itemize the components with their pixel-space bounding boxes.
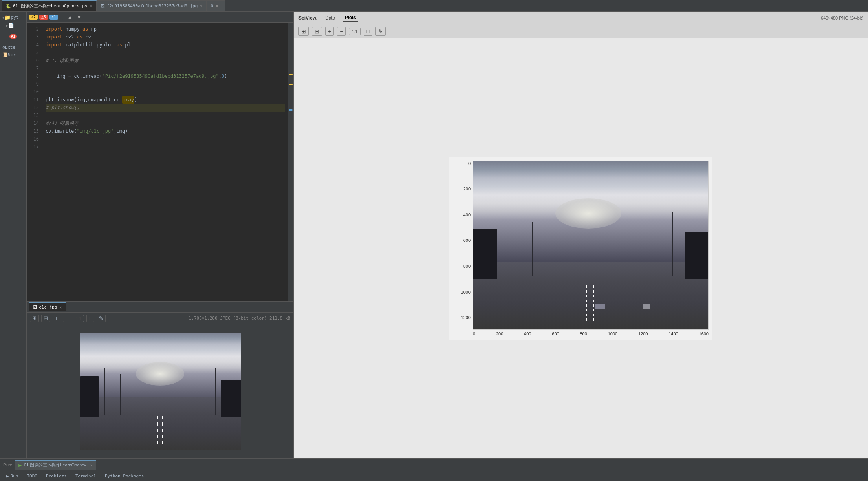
code-line-8: img = cv.imread("Pic/f2e919585490afd1beb… [46, 72, 285, 80]
x-label-1600: 1600 [699, 331, 709, 336]
code-line-5 [46, 49, 285, 57]
img-zoom-in[interactable]: + [53, 315, 60, 322]
code-line-11: plt.imshow(img,cmap=plt.cm.gray) [46, 96, 285, 104]
code-scrollbar[interactable] [288, 23, 293, 301]
sidebar-item-pyt[interactable]: ▼ 📁 pyt [0, 13, 26, 22]
x-label-1200: 1200 [638, 331, 648, 336]
code-content[interactable]: import numpy as np import cv2 as cv impo… [42, 23, 288, 301]
python-file-icon: 🐍 [5, 4, 11, 9]
image-tab-icon: 🖼 [33, 305, 37, 310]
tab-num-label: 0 [211, 4, 213, 9]
run-label: Run: [3, 463, 12, 467]
tab-python-file[interactable]: 🐍 01.图像的基本操作LearnOpencv.py ✕ [2, 0, 97, 11]
navigate-up-btn[interactable]: ▲ [66, 14, 74, 20]
tab-close-jpg[interactable]: ✕ [200, 4, 202, 8]
sv-fit-btn[interactable]: ⊞ [298, 27, 309, 36]
scrollbar-marker-3 [289, 109, 293, 111]
comment-show: # plt.show() [46, 104, 80, 112]
img-grid-btn[interactable]: ⊟ [41, 315, 50, 322]
sv-grid-btn[interactable]: ⊟ [312, 27, 322, 36]
comment-save: #(4) 图像保存 [46, 119, 79, 127]
x-label-800: 800 [580, 331, 587, 336]
x-label-0: 0 [473, 331, 475, 336]
sidebar-subitem[interactable]: ▶ 📄 [0, 22, 26, 29]
bottom-tab-todo[interactable]: TODO [23, 472, 42, 480]
var-cv: cv [82, 33, 91, 41]
img-one-to-one[interactable]: 1:1 [73, 315, 84, 322]
sv-color-picker[interactable]: ✎ [375, 27, 386, 36]
tab-nav-down[interactable]: ▾ [213, 2, 221, 10]
sciview-title: SciView. [298, 15, 317, 21]
tab-close-python[interactable]: ✕ [90, 4, 92, 8]
sv-zoom-out[interactable]: − [337, 27, 346, 36]
sv-fit-screen[interactable]: □ [364, 27, 372, 36]
bottom-toolbar: ▶ Run TODO Problems Terminal Python Pack… [0, 471, 868, 481]
str-path: "Pic/f2e919585490afd1bebd313257e7ad9.jpg… [103, 72, 219, 80]
bottom-tab-terminal[interactable]: Terminal [71, 472, 100, 480]
kw-as-1: as [82, 25, 88, 33]
warning-badge[interactable]: ⚠2 [29, 15, 38, 20]
kw-import-2: import [46, 33, 62, 41]
ai-badge[interactable]: AI [9, 34, 17, 39]
error-badge[interactable]: △5 [39, 15, 48, 20]
bottom-tab-python-packages[interactable]: Python Packages [101, 472, 148, 480]
tab-python-label: 01.图像的基本操作LearnOpencv.py [13, 3, 88, 9]
var-np: np [88, 25, 97, 33]
bottom-run-label: Run [11, 474, 18, 479]
kw-import-1: import [46, 25, 62, 33]
sv-zoom-in[interactable]: + [325, 27, 334, 36]
tab-num[interactable]: 0 ▾ [207, 0, 225, 11]
sciview-info: 640×480 PNG (24-bit) [821, 16, 863, 20]
scrollbar-marker-2 [289, 84, 293, 85]
sv-one-to-one[interactable]: 1:1 [349, 28, 360, 35]
y-axis: 0 200 400 600 800 1000 1200 [453, 161, 473, 336]
code-line-9 [46, 80, 285, 88]
img-fit-btn[interactable]: ⊞ [30, 315, 39, 322]
navigate-down-btn[interactable]: ▼ [75, 14, 83, 20]
kw-as-3: as [117, 41, 122, 49]
code-line-15: cv.imwrite("img/c1c.jpg",img) [46, 127, 285, 135]
punc-comma-15: , [114, 127, 116, 135]
sciview-tab-plots[interactable]: Plots [343, 14, 357, 22]
sidebar: ▼ 📁 pyt ▶ 📄 AI ⚙ Exte 📜 Scr [0, 12, 27, 458]
top-tab-bar: 🐍 01.图像的基本操作LearnOpencv.py ✕ 🖼 f2e919585… [0, 0, 868, 12]
var-plt: plt [122, 41, 134, 49]
bottom-todo-label: TODO [27, 474, 38, 479]
y-label-1000: 1000 [461, 290, 471, 294]
img-color-picker[interactable]: ✎ [97, 315, 106, 322]
img-zoom-out[interactable]: − [63, 315, 71, 322]
tab-jpg-file[interactable]: 🖼 f2e919585490afd1bebd313257e7ad9.jpg ✕ [97, 0, 207, 11]
plot-area: 0 200 400 600 800 1000 1200 [449, 157, 712, 340]
sidebar-label-exte: Exte [5, 45, 16, 50]
image-tab-close[interactable]: ✕ [59, 305, 62, 309]
run-tab[interactable]: ▶ 01.图像的基本操作LearnOpencv ✕ [15, 460, 96, 470]
tab-jpg-label: f2e919585490afd1bebd313257e7ad9.jpg [107, 4, 198, 9]
sciview-tab-data[interactable]: Data [324, 15, 337, 22]
code-line-3: import cv2 as cv [46, 33, 285, 41]
run-tab-label: 01.图像的基本操作LearnOpencv [24, 462, 86, 468]
x-label-200: 200 [496, 331, 503, 336]
code-editor[interactable]: 23456 7891011 121314151617 import numpy … [27, 23, 293, 301]
code-line-13 [46, 112, 285, 119]
sidebar-item-exte[interactable]: ⚙ Exte [0, 44, 26, 51]
sidebar-item-scr[interactable]: 📜 Scr [0, 51, 26, 59]
bottom-tab-problems[interactable]: Problems [42, 472, 71, 480]
code-line-14: #(4) 图像保存 [46, 119, 285, 127]
bottom-tab-run[interactable]: ▶ Run [2, 472, 22, 480]
bottom-problems-label: Problems [46, 474, 67, 479]
info-badge[interactable]: ↑1 [49, 15, 58, 20]
toolbar-separator: | [61, 15, 64, 20]
var-cv2: cv2 [62, 33, 77, 41]
bottom-run-icon: ▶ [6, 474, 9, 479]
str-imgpath: "img/c1c.jpg" [77, 127, 114, 135]
var-numpy: numpy [62, 25, 82, 33]
plot-image-xaxis: 0 200 400 600 800 1000 1200 1400 1600 [473, 161, 709, 336]
sciview-header: SciView. Data Plots 640×480 PNG (24-bit) [294, 12, 868, 24]
code-line-4: import matplotlib.pyplot as plt [46, 41, 285, 49]
run-tab-close[interactable]: ✕ [90, 463, 92, 467]
y-label-800: 800 [463, 264, 471, 269]
img-fit-screen[interactable]: □ [86, 315, 94, 322]
punc-close-11: ) [134, 96, 137, 104]
y-label-200: 200 [463, 187, 471, 191]
image-tab-c1c[interactable]: 🖼 c1c.jpg ✕ [29, 302, 66, 311]
